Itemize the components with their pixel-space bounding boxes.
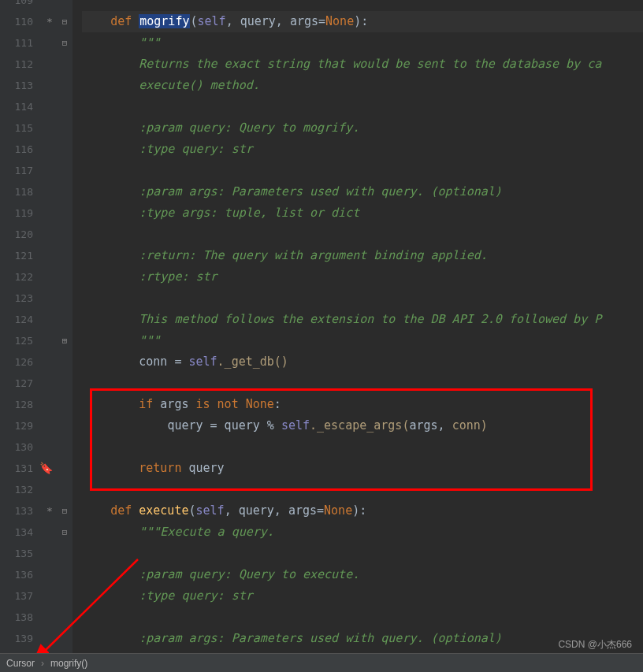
code-line[interactable]: This method follows the extension to the…: [82, 309, 643, 330]
code-token: None: [324, 503, 352, 518]
code-line[interactable]: [82, 436, 643, 458]
code-line[interactable]: conn = self._get_db(): [82, 351, 643, 373]
code-line[interactable]: if args is not None:: [82, 394, 643, 415]
line-number: 123: [0, 288, 33, 309]
code-token: =: [317, 503, 324, 518]
code-line[interactable]: :rtype: str: [82, 266, 643, 288]
code-token: query = query %: [167, 418, 281, 433]
fold-close-icon[interactable]: ⊞: [60, 330, 69, 351]
line-number: 130: [0, 436, 33, 458]
line-number: 135: [0, 543, 33, 564]
code-token: execute: [139, 503, 188, 518]
code-line[interactable]: Returns the exact string that would be s…: [82, 54, 643, 75]
code-line[interactable]: :param args: Parameters used with query.…: [82, 181, 643, 202]
line-number: 112: [0, 54, 33, 75]
code-token: :type query: str: [82, 142, 253, 156]
line-number: 118: [0, 181, 33, 202]
code-token: None: [325, 14, 354, 28]
code-token: [82, 461, 139, 475]
code-line[interactable]: [82, 288, 643, 309]
code-line[interactable]: :type query: str: [82, 585, 643, 607]
code-token: conn =: [139, 355, 188, 369]
code-line[interactable]: [82, 543, 643, 564]
code-token: :param query: Query to mogrify.: [82, 121, 359, 135]
code-token: query: [239, 503, 274, 518]
code-token: execute() method.: [82, 78, 260, 92]
code-line[interactable]: :param query: Query to mogrify.: [82, 117, 643, 139]
code-token: :: [359, 503, 366, 518]
code-line[interactable]: def execute(self, query, args=None):: [82, 500, 643, 522]
fold-open-icon[interactable]: ⊟: [60, 11, 69, 32]
line-number: 136: [0, 564, 33, 585]
code-line[interactable]: return query: [82, 458, 643, 479]
line-number: 128: [0, 394, 33, 415]
code-token: [82, 355, 139, 369]
code-line[interactable]: """Execute a query.: [82, 522, 643, 543]
line-number: 122: [0, 266, 33, 288]
code-token: :param args: Parameters used with query.…: [82, 184, 502, 199]
line-number: 137: [0, 585, 33, 607]
line-number: 113: [0, 75, 33, 96]
code-line[interactable]: [82, 607, 643, 628]
code-token: ,: [225, 503, 239, 518]
line-number: 129: [0, 415, 33, 436]
code-line[interactable]: """: [82, 330, 643, 351]
line-number: 117: [0, 160, 33, 181]
line-number: 134: [0, 522, 33, 543]
code-token: ,: [274, 503, 288, 518]
gutter: 109110*⊟111⊟1121131141151161171181191201…: [0, 0, 72, 654]
code-token: is not: [196, 397, 246, 411]
bookmark-icon[interactable]: 🔖: [39, 458, 50, 479]
code-token: None: [246, 397, 274, 411]
code-token: :param args: Parameters used with query.…: [82, 631, 502, 645]
code-token: [188, 397, 195, 411]
gutter-change-marker-icon: *: [46, 500, 54, 522]
line-number: 125: [0, 330, 33, 351]
code-token: ._escape_args(: [310, 418, 409, 433]
code-line[interactable]: [82, 96, 643, 117]
code-line[interactable]: """: [82, 32, 643, 54]
line-number: 116: [0, 139, 33, 160]
code-token: (: [188, 503, 195, 518]
code-line[interactable]: :param query: Query to execute.: [82, 564, 643, 585]
code-line[interactable]: :type query: str: [82, 139, 643, 160]
fold-open-icon[interactable]: ⊟: [60, 522, 69, 543]
line-number: 131: [0, 458, 33, 479]
line-number: 110: [0, 11, 33, 32]
fold-open-icon[interactable]: ⊟: [60, 500, 69, 522]
code-token: args: [409, 418, 437, 433]
fold-open-icon[interactable]: ⊟: [60, 32, 69, 54]
line-number: 124: [0, 309, 33, 330]
breadcrumb-item-1[interactable]: Cursor: [0, 658, 41, 669]
code-line[interactable]: execute() method.: [82, 75, 643, 96]
code-line[interactable]: [82, 160, 643, 181]
code-token: """: [82, 333, 160, 347]
code-line[interactable]: [82, 373, 643, 394]
code-token: ._get_db(): [217, 355, 288, 369]
code-line[interactable]: [82, 224, 643, 245]
code-line[interactable]: [82, 479, 643, 500]
code-token: :param query: Query to execute.: [82, 567, 359, 581]
code-token: :: [274, 397, 281, 411]
breadcrumb-item-2[interactable]: mogrify(): [44, 658, 94, 669]
line-number: 133: [0, 500, 33, 522]
code-token: self: [281, 418, 310, 433]
breadcrumb-bar[interactable]: Cursor › mogrify(): [0, 653, 643, 672]
code-token: query: [188, 461, 224, 475]
code-line[interactable]: [82, 0, 643, 11]
code-line[interactable]: query = query % self._escape_args(args, …: [82, 415, 643, 436]
code-line[interactable]: def mogrify(self, query, args=None):: [82, 11, 643, 32]
code-area[interactable]: def mogrify(self, query, args=None): """…: [72, 0, 643, 654]
code-token: :return: The query with argument binding…: [82, 248, 488, 262]
editor-root: 109110*⊟111⊟1121131141151161171181191201…: [0, 0, 643, 672]
code-token: conn): [452, 418, 488, 433]
code-line[interactable]: :return: The query with argument binding…: [82, 245, 643, 266]
code-token: [82, 14, 110, 28]
code-line[interactable]: :type args: tuple, list or dict: [82, 202, 643, 224]
code-token: """Execute a query.: [82, 525, 274, 539]
line-number: 127: [0, 373, 33, 394]
code-token: ,: [276, 14, 290, 28]
code-token: self: [196, 503, 225, 518]
watermark-text: CSDN @小杰666: [558, 638, 632, 652]
code-token: [82, 503, 110, 518]
